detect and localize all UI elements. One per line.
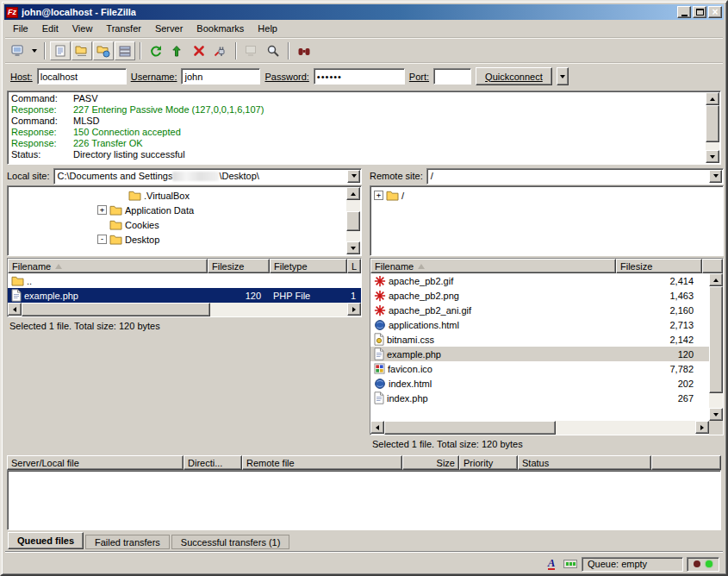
menu-server[interactable]: Server [148, 21, 190, 36]
site-manager-dropdown-button[interactable] [29, 41, 40, 60]
scrollbar-thumb[interactable] [22, 303, 210, 316]
file-row[interactable]: index.php267 [370, 391, 709, 405]
tree-item[interactable]: Cookies [8, 217, 345, 232]
toggle-remote-tree-button[interactable] [93, 41, 114, 60]
tree-item[interactable]: -Desktop [8, 232, 345, 247]
tree-expander[interactable]: - [97, 235, 107, 244]
speed-limits-icon[interactable] [563, 557, 578, 571]
tab-successful-transfers[interactable]: Successful transfers (1) [171, 535, 290, 549]
directory-compare-button[interactable] [294, 41, 314, 60]
reconnect-button[interactable] [241, 41, 262, 60]
file-row[interactable]: example.php120 [370, 347, 709, 361]
column-header-priority[interactable]: Priority [459, 455, 518, 470]
file-row[interactable]: apache_pb2.png1,463 [370, 288, 709, 303]
log-vertical-scrollbar[interactable] [706, 92, 719, 163]
scroll-down-button[interactable] [709, 408, 723, 421]
scroll-left-button[interactable] [370, 421, 384, 434]
titlebar[interactable]: Fz john@localhost - FileZilla × [4, 4, 724, 20]
quickconnect-dropdown-button[interactable] [557, 67, 569, 85]
file-row[interactable]: bitnami.css2,142 [370, 332, 709, 347]
scrollbar-track[interactable] [384, 421, 695, 435]
local-horizontal-scrollbar[interactable] [8, 303, 361, 316]
site-manager-button[interactable] [8, 41, 28, 60]
scroll-down-button[interactable] [706, 150, 719, 163]
tab-queued-files[interactable]: Queued files [8, 532, 84, 549]
file-row[interactable]: index.html202 [370, 376, 709, 391]
remote-vertical-scrollbar[interactable] [709, 273, 723, 421]
ascii-mode-icon[interactable]: A [544, 557, 559, 571]
refresh-button[interactable] [146, 41, 166, 60]
tree-item[interactable]: +/ [370, 188, 707, 203]
scrollbar-thumb[interactable] [709, 286, 723, 393]
minimize-button[interactable] [677, 6, 691, 18]
scroll-up-button[interactable] [706, 92, 719, 105]
filesize-cell: 202 [616, 376, 702, 391]
menu-bookmarks[interactable]: Bookmarks [190, 21, 251, 36]
scrollbar-thumb[interactable] [706, 105, 719, 142]
close-button[interactable]: × [708, 6, 722, 18]
tab-failed-transfers[interactable]: Failed transfers [85, 535, 170, 549]
port-input[interactable] [433, 68, 471, 85]
scroll-right-button[interactable] [347, 303, 361, 316]
file-row[interactable]: .. [8, 273, 361, 288]
file-row[interactable]: applications.html2,713 [370, 317, 709, 332]
column-header-direction[interactable]: Directi... [184, 455, 242, 470]
scroll-down-button[interactable] [346, 241, 360, 254]
toggle-local-tree-button[interactable] [72, 41, 92, 60]
username-input[interactable] [181, 68, 260, 85]
process-queue-button[interactable] [167, 41, 188, 60]
remote-site-dropdown-button[interactable] [709, 170, 722, 183]
column-header-lastmodified[interactable]: L [347, 259, 361, 273]
menu-transfer[interactable]: Transfer [99, 21, 148, 36]
column-header-filesize[interactable]: Filesize [208, 259, 270, 273]
image-icon [374, 304, 386, 316]
file-row[interactable]: example.php120PHP File1 [8, 288, 361, 303]
column-header-filesize[interactable]: Filesize [616, 259, 702, 273]
cancel-button[interactable] [189, 41, 209, 60]
file-row[interactable]: apache_pb2_ani.gif2,160 [370, 303, 709, 317]
menu-file[interactable]: File [6, 21, 35, 36]
scroll-left-button[interactable] [8, 303, 22, 316]
host-input[interactable] [37, 68, 127, 85]
lastmodified-cell [347, 273, 361, 288]
disconnect-button[interactable] [210, 41, 231, 60]
scrollbar-thumb[interactable] [384, 421, 556, 435]
remote-horizontal-scrollbar[interactable] [370, 421, 723, 435]
column-header-filename[interactable]: Filename [8, 259, 208, 273]
local-tree-scrollbar[interactable] [346, 187, 360, 254]
scrollbar-track[interactable] [346, 200, 360, 241]
scroll-up-button[interactable] [709, 273, 723, 286]
tree-item[interactable]: .VirtualBox [8, 188, 345, 203]
tree-expander[interactable]: + [374, 191, 383, 200]
menu-view[interactable]: View [65, 21, 100, 36]
log-line-label: Command: [11, 116, 73, 127]
password-input[interactable] [314, 68, 405, 85]
scrollbar-track[interactable] [706, 105, 719, 150]
column-header-remote-file[interactable]: Remote file [242, 455, 402, 470]
scrollbar-thumb[interactable] [346, 211, 360, 230]
scroll-up-button[interactable] [346, 187, 360, 200]
tree-expander[interactable]: + [97, 205, 107, 215]
file-row[interactable]: apache_pb2.gif2,414 [370, 273, 709, 288]
scrollbar-track[interactable] [22, 303, 347, 316]
local-site-dropdown-button[interactable] [347, 170, 360, 183]
quickconnect-button[interactable]: Quickconnect [476, 67, 552, 85]
column-header-server-local-file[interactable]: Server/Local file [7, 455, 184, 470]
file-row[interactable]: favicon.ico7,782 [370, 361, 709, 376]
column-header-filetype[interactable]: Filetype [270, 259, 347, 273]
column-header-filename[interactable]: Filename [370, 259, 616, 273]
column-header-status[interactable]: Status [518, 455, 651, 470]
file-search-button[interactable] [263, 41, 283, 60]
local-site-combo[interactable]: C:\Documents and Settings\Desktop\ [53, 168, 362, 185]
menu-edit[interactable]: Edit [35, 21, 65, 36]
toggle-queue-button[interactable] [115, 41, 135, 60]
toggle-log-button[interactable] [50, 41, 71, 60]
tree-item[interactable]: +Application Data [8, 203, 345, 217]
maximize-button[interactable] [693, 6, 706, 18]
arrow-down-icon [351, 247, 356, 250]
remote-site-combo[interactable]: / [426, 168, 724, 185]
scroll-right-button[interactable] [695, 421, 709, 434]
column-header-size[interactable]: Size [402, 455, 459, 470]
menu-help[interactable]: Help [251, 21, 284, 36]
scrollbar-track[interactable] [709, 286, 723, 408]
